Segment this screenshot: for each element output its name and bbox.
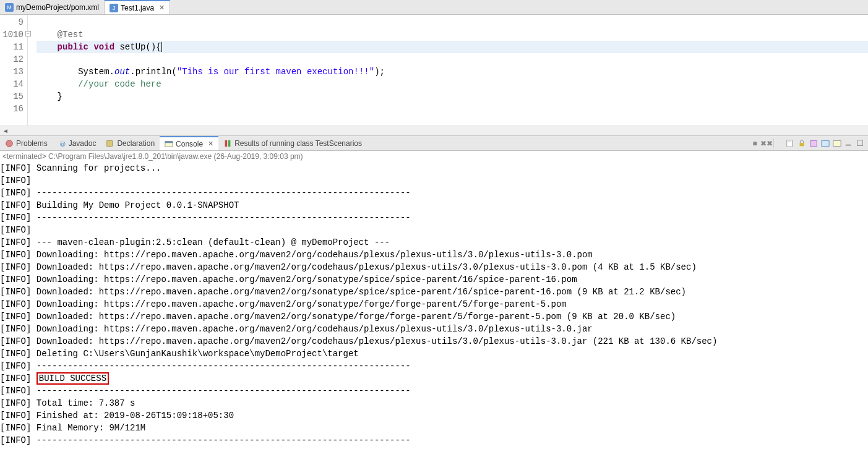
horizontal-scrollbar[interactable]: ◄ bbox=[0, 126, 868, 135]
build-success-highlight: BUILD SUCCESS bbox=[37, 372, 109, 385]
svg-rect-7 bbox=[787, 140, 793, 147]
view-label: Results of running class TestScenarios bbox=[234, 139, 362, 148]
editor-tab-pom[interactable]: M myDemoProject/pom.xml bbox=[0, 0, 105, 14]
javadoc-icon: @ bbox=[58, 139, 66, 148]
console-toolbar: ■ ✖✖ bbox=[750, 139, 868, 148]
console-line: [INFO] ---------------------------------… bbox=[0, 187, 868, 199]
tab-declaration[interactable]: Declaration bbox=[101, 136, 160, 150]
console-line: [INFO] Building My Demo Project 0.0.1-SN… bbox=[0, 199, 868, 211]
svg-rect-2 bbox=[107, 140, 113, 146]
view-tab-bar: Problems @ Javadoc Declaration Console ✕… bbox=[0, 136, 868, 151]
fold-toggle-icon[interactable]: − bbox=[25, 31, 31, 36]
console-output[interactable]: [INFO] Scanning for projects...[INFO][IN… bbox=[0, 162, 868, 457]
minimize-icon[interactable] bbox=[844, 139, 854, 148]
close-icon[interactable]: ✕ bbox=[208, 140, 213, 148]
console-line: [INFO] Total time: 7.387 s bbox=[0, 397, 868, 409]
code-line[interactable]: //your code here bbox=[37, 78, 868, 90]
svg-rect-4 bbox=[165, 141, 173, 143]
line-number: 11 bbox=[0, 41, 24, 53]
tab-console[interactable]: Console ✕ bbox=[160, 136, 218, 150]
terminate-icon[interactable]: ■ bbox=[750, 139, 760, 148]
java-file-icon: J bbox=[110, 4, 118, 12]
declaration-icon bbox=[106, 139, 114, 148]
line-number: 16 bbox=[0, 103, 24, 115]
results-icon bbox=[223, 139, 232, 148]
code-line[interactable] bbox=[37, 53, 868, 66]
console-line: [INFO] Downloaded: https://repo.maven.ap… bbox=[0, 310, 868, 323]
xml-file-icon: M bbox=[5, 3, 14, 12]
view-label: Console bbox=[176, 140, 203, 148]
console-line: [INFO] ---------------------------------… bbox=[0, 434, 868, 446]
maximize-icon[interactable] bbox=[856, 139, 866, 148]
console-line: [INFO] Downloading: https://repo.maven.a… bbox=[0, 298, 868, 310]
console-line: [INFO] ---------------------------------… bbox=[0, 211, 868, 224]
console-line: [INFO] Finished at: 2019-08-26T15:09:18+… bbox=[0, 409, 868, 422]
editor-tab-test1[interactable]: J Test1.java ✕ bbox=[105, 0, 170, 14]
code-line[interactable] bbox=[37, 103, 868, 115]
code-line[interactable] bbox=[37, 16, 868, 28]
problems-icon bbox=[5, 139, 14, 148]
code-line[interactable]: System.out.println("Tihs is our first ma… bbox=[37, 66, 868, 78]
tab-results[interactable]: Results of running class TestScenarios bbox=[218, 136, 367, 150]
line-number: 13 bbox=[0, 66, 24, 78]
open-console-icon[interactable] bbox=[832, 139, 842, 148]
svg-rect-11 bbox=[822, 140, 829, 146]
display-console-icon[interactable] bbox=[820, 139, 830, 148]
svg-rect-5 bbox=[225, 140, 228, 147]
code-line[interactable]: public void setUp(){ bbox=[37, 41, 868, 53]
clear-console-icon[interactable] bbox=[785, 139, 795, 148]
launch-status: <terminated> C:\Program Files\Java\jre1.… bbox=[0, 151, 868, 162]
svg-rect-9 bbox=[800, 143, 804, 146]
console-icon bbox=[165, 140, 173, 148]
code-editor[interactable]: 91010−111213141516 @Test public void set… bbox=[0, 15, 868, 126]
line-number: 15 bbox=[0, 90, 24, 103]
console-line: [INFO] Final Memory: 9M/121M bbox=[0, 422, 868, 434]
tab-problems[interactable]: Problems bbox=[0, 136, 53, 150]
line-number: 14 bbox=[0, 78, 24, 90]
console-line: [INFO] bbox=[0, 224, 868, 236]
remove-launch-icon[interactable]: ✖✖ bbox=[762, 139, 771, 148]
view-label: Problems bbox=[16, 139, 48, 148]
code-content[interactable]: @Test public void setUp(){ System.out.pr… bbox=[28, 15, 868, 126]
line-number: 9 bbox=[0, 16, 24, 28]
editor-tab-bar: M myDemoProject/pom.xml J Test1.java ✕ bbox=[0, 0, 868, 15]
svg-rect-13 bbox=[846, 144, 851, 145]
line-number: 12 bbox=[0, 53, 24, 66]
console-line: [INFO] Downloading: https://repo.maven.a… bbox=[0, 273, 868, 286]
pin-console-icon[interactable] bbox=[809, 139, 819, 148]
console-line: [INFO] ---------------------------------… bbox=[0, 360, 868, 372]
editor-area: M myDemoProject/pom.xml J Test1.java ✕ 9… bbox=[0, 0, 868, 136]
tab-javadoc[interactable]: @ Javadoc bbox=[53, 136, 101, 150]
code-line[interactable]: } bbox=[37, 90, 868, 103]
scroll-lock-icon[interactable] bbox=[797, 139, 807, 148]
bottom-panel: Problems @ Javadoc Declaration Console ✕… bbox=[0, 136, 868, 457]
svg-point-0 bbox=[6, 140, 13, 147]
console-line: [INFO] bbox=[0, 174, 868, 187]
svg-rect-10 bbox=[810, 140, 817, 146]
code-line[interactable]: @Test bbox=[37, 28, 868, 41]
svg-rect-14 bbox=[857, 140, 863, 145]
console-line: [INFO] Downloaded: https://repo.maven.ap… bbox=[0, 261, 868, 273]
console-line: [INFO] Downloading: https://repo.maven.a… bbox=[0, 323, 868, 335]
tab-label: Test1.java bbox=[121, 4, 154, 12]
console-line: [INFO] Downloading: https://repo.maven.a… bbox=[0, 249, 868, 261]
close-icon[interactable]: ✕ bbox=[159, 4, 165, 12]
console-line: [INFO] ---------------------------------… bbox=[0, 385, 868, 397]
svg-rect-6 bbox=[228, 140, 231, 147]
console-line: [INFO] --- maven-clean-plugin:2.5:clean … bbox=[0, 236, 868, 249]
console-line: [INFO] Downloaded: https://repo.maven.ap… bbox=[0, 335, 868, 348]
console-line: [INFO] Downloaded: https://repo.maven.ap… bbox=[0, 286, 868, 298]
view-label: Declaration bbox=[117, 139, 155, 148]
line-number: 1010− bbox=[0, 28, 24, 41]
tab-label: myDemoProject/pom.xml bbox=[16, 3, 99, 12]
console-line: [INFO] BUILD SUCCESS bbox=[0, 372, 868, 385]
svg-rect-12 bbox=[833, 140, 841, 146]
remove-all-icon[interactable] bbox=[773, 139, 783, 148]
console-line: [INFO] Deleting C:\Users\GunjanKaushik\w… bbox=[0, 348, 868, 360]
console-line: [INFO] Scanning for projects... bbox=[0, 162, 868, 174]
svg-text:@: @ bbox=[59, 140, 66, 147]
line-gutter: 91010−111213141516 bbox=[0, 15, 28, 126]
view-label: Javadoc bbox=[69, 139, 97, 148]
scroll-left-icon[interactable]: ◄ bbox=[1, 127, 10, 135]
